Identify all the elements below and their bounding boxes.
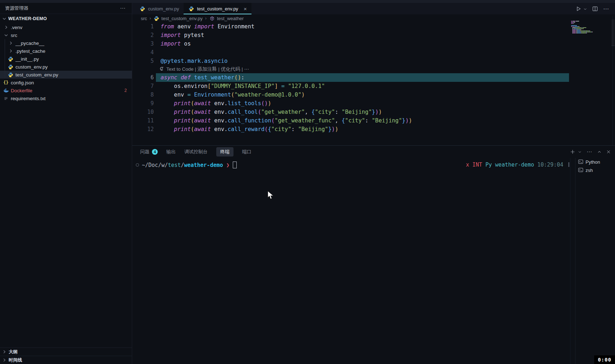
code-line-11[interactable]: 11 print(await env.call_function("get_we… bbox=[132, 116, 615, 125]
breadcrumb-item-test_custom_env.py[interactable]: test_custom_env.py bbox=[153, 15, 203, 21]
code-text: import os bbox=[154, 41, 191, 47]
split-editor-icon[interactable] bbox=[592, 6, 598, 11]
panel-tab-问题[interactable]: 问题4 bbox=[140, 149, 158, 155]
run-dropdown-chevron-icon[interactable] bbox=[583, 7, 587, 11]
editor-scrollbar-thumb[interactable] bbox=[611, 19, 615, 46]
json-file-icon: {} bbox=[3, 80, 9, 85]
window-title-strip bbox=[0, 0, 615, 3]
code-text: from aenv import Environment bbox=[154, 23, 254, 30]
code-line-4[interactable]: 4 bbox=[132, 48, 615, 57]
minimap-line bbox=[571, 33, 592, 33]
minimap[interactable] bbox=[571, 21, 592, 34]
code-line-8[interactable]: 8 env = Environment("weather-demo@1.0.0"… bbox=[132, 90, 615, 99]
breadcrumb-item-src[interactable]: src bbox=[141, 16, 147, 21]
tree-item-test_custom_env.py[interactable]: test_custom_env.py bbox=[0, 71, 132, 79]
explorer-sidebar: 资源管理器 ⋯ WEATHER-DEMO .venvsrc__pycache__… bbox=[0, 3, 132, 364]
line-number: 2 bbox=[132, 32, 154, 38]
new-terminal-icon[interactable] bbox=[570, 149, 575, 154]
panel-more-icon[interactable]: ⋯ bbox=[587, 149, 592, 155]
code-text: async def test_weather(): bbox=[154, 74, 244, 81]
tab-test_custom_env.py[interactable]: test_custom_env.py× bbox=[184, 3, 251, 14]
terminal-scrollbar-track bbox=[570, 158, 570, 364]
tree-item-.venv[interactable]: .venv bbox=[0, 23, 132, 31]
panel-tabs: 问题4输出调试控制台终端端口 bbox=[132, 146, 615, 158]
code-line-6[interactable]: 6async def test_weather(): bbox=[132, 73, 615, 82]
tree-item-__pycache__[interactable]: __pycache__ bbox=[0, 39, 132, 47]
sidebar-bottom-sections: 大纲时间线 bbox=[0, 347, 132, 364]
line-number: 7 bbox=[132, 83, 154, 89]
tab-close-icon[interactable]: × bbox=[244, 6, 247, 12]
panel-maximize-chevron-icon[interactable] bbox=[597, 150, 601, 154]
tree-item-Dockerfile[interactable]: Dockerfile2 bbox=[0, 87, 132, 94]
panel-tab-端口[interactable]: 端口 bbox=[242, 149, 251, 155]
editor-more-icon[interactable]: ⋯ bbox=[603, 5, 609, 12]
breadcrumb-item-test_weather[interactable]: test_weather bbox=[209, 15, 244, 21]
minimap-line bbox=[571, 28, 592, 29]
code-line-12[interactable]: 12 print(await env.call_reward({"city": … bbox=[132, 125, 615, 134]
minimap-line bbox=[571, 31, 592, 31]
terminal-icon bbox=[578, 159, 583, 165]
terminal-profile-chevron-icon[interactable] bbox=[578, 150, 582, 154]
panel-tab-输出[interactable]: 输出 bbox=[166, 149, 176, 155]
minimap-line bbox=[571, 29, 592, 30]
terminal-list-item-zsh[interactable]: zsh bbox=[575, 166, 615, 174]
panel-tab-label: 输出 bbox=[166, 149, 176, 155]
tab-custom_env.py[interactable]: custom_env.py bbox=[135, 3, 184, 14]
code-text: print(await env.call_tool("get_weather",… bbox=[154, 109, 382, 115]
tree-item-config.json[interactable]: {}config.json bbox=[0, 79, 132, 87]
line-number: 9 bbox=[132, 100, 154, 107]
chevron-right-icon bbox=[1, 357, 7, 363]
terminal-list-item-Python[interactable]: Python bbox=[575, 158, 615, 166]
explorer-more-icon[interactable]: ⋯ bbox=[120, 5, 126, 11]
code-line-2[interactable]: 2import pytest bbox=[132, 31, 615, 39]
indent-guide bbox=[5, 39, 5, 79]
code-text: print(await env.list_tools()) bbox=[154, 100, 271, 107]
tree-item-custom_env.py[interactable]: custom_env.py bbox=[0, 63, 132, 71]
tree-item-.pytest_cache[interactable]: .pytest_cache bbox=[0, 47, 132, 55]
python-file-icon bbox=[8, 72, 14, 78]
code-line-7[interactable]: 7 os.environ["DUMMY_INSTANCE_IP"] = "127… bbox=[132, 82, 615, 90]
tree-item-__init__.py[interactable]: __init__.py bbox=[0, 55, 132, 63]
textfile-file-icon bbox=[3, 95, 9, 101]
inline-ai-hint[interactable]: Text to Code | 添加注释 | 优化代码 | ⋯ bbox=[132, 65, 615, 73]
line-number: 4 bbox=[132, 49, 154, 56]
python-file-icon bbox=[188, 6, 194, 11]
prompt-path-sep: / bbox=[181, 162, 184, 168]
code-editor[interactable]: 1from aenv import Environment2import pyt… bbox=[132, 22, 615, 145]
prompt-arrow: ❯ bbox=[226, 162, 230, 168]
file-tree: .venvsrc__pycache__.pytest_cache__init__… bbox=[0, 23, 132, 102]
code-line-1[interactable]: 1from aenv import Environment bbox=[132, 22, 615, 31]
minimap-line bbox=[571, 25, 592, 26]
code-line-10[interactable]: 10 print(await env.call_tool("get_weathe… bbox=[132, 108, 615, 116]
terminal-scrollbar-thumb[interactable] bbox=[568, 162, 569, 167]
ai-assistant-icon bbox=[159, 66, 164, 72]
terminal-prompt-line: ~/Doc/w/test/weather-demo ❯ bbox=[136, 162, 237, 168]
recording-timer: 0:00 bbox=[594, 355, 615, 364]
sidebar-section-label: 时间线 bbox=[9, 357, 22, 363]
terminal-list-sidebar: Pythonzsh bbox=[575, 158, 615, 364]
tree-item-label: .venv bbox=[11, 25, 22, 30]
panel-tab-调试控制台[interactable]: 调试控制台 bbox=[184, 149, 208, 155]
code-line-3[interactable]: 3import os bbox=[132, 39, 615, 48]
tab-label: custom_env.py bbox=[148, 6, 179, 11]
tree-item-label: Dockerfile bbox=[11, 88, 32, 93]
panel-tab-终端[interactable]: 终端 bbox=[216, 147, 233, 157]
minimap-line bbox=[571, 23, 592, 24]
panel-tab-label: 端口 bbox=[242, 149, 251, 155]
project-section-header[interactable]: WEATHER-DEMO bbox=[0, 14, 132, 23]
terminal-pane[interactable]: ~/Doc/w/test/weather-demo ❯ x INT Py wea… bbox=[132, 158, 575, 364]
code-line-9[interactable]: 9 print(await env.list_tools()) bbox=[132, 99, 615, 108]
breadcrumb-label: src bbox=[141, 16, 147, 21]
prompt-status-circle-icon bbox=[136, 163, 139, 167]
tree-item-requirements.txt[interactable]: requirements.txt bbox=[0, 94, 132, 102]
breadcrumb-separator: › bbox=[205, 16, 207, 21]
tree-item-src[interactable]: src bbox=[0, 31, 132, 39]
sidebar-section-大纲[interactable]: 大纲 bbox=[0, 347, 132, 356]
code-line-5[interactable]: 5@pytest.mark.asyncio bbox=[132, 57, 615, 65]
sidebar-section-时间线[interactable]: 时间线 bbox=[0, 356, 132, 364]
panel-close-icon[interactable] bbox=[606, 150, 611, 154]
panel-tab-label: 问题 bbox=[140, 149, 149, 155]
run-button[interactable] bbox=[576, 6, 581, 11]
explorer-title: 资源管理器 bbox=[5, 5, 28, 11]
code-text: print(await env.call_function("get_weath… bbox=[154, 117, 412, 124]
